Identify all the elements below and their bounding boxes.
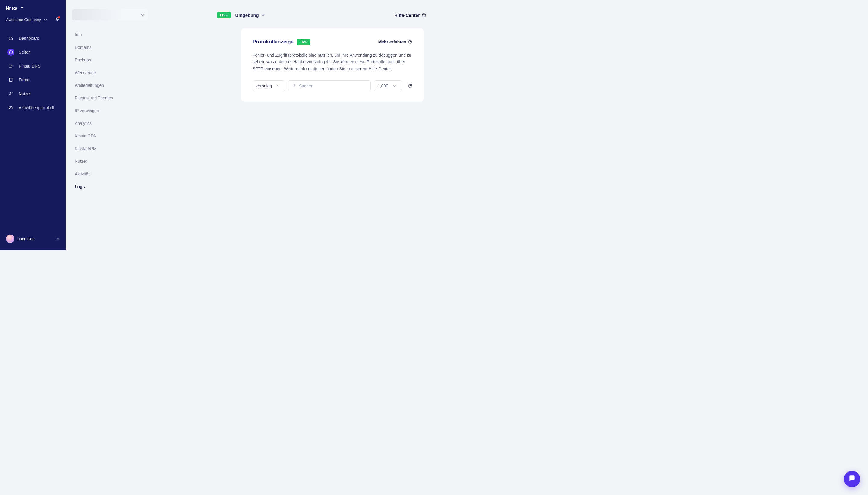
sidebar: kinsta Awesome Company Da xyxy=(0,0,66,250)
env-badge: LIVE xyxy=(217,12,231,18)
card-live-badge: LIVE xyxy=(297,39,310,45)
svg-text:kinsta: kinsta xyxy=(6,6,17,11)
subnav-item-aktivitaet[interactable]: Aktivität xyxy=(66,168,121,180)
subnav-item-analytics[interactable]: Analytics xyxy=(66,117,121,130)
nav-label: Dashboard xyxy=(19,36,39,41)
nav-label: Firma xyxy=(19,78,30,82)
primary-nav: Dashboard Seiten Kinsta DNS Firma xyxy=(0,29,66,115)
subnav-label: Kinsta CDN xyxy=(75,134,97,138)
log-limit-value: 1,000 xyxy=(378,84,388,88)
help-circle-icon xyxy=(408,40,412,44)
learn-more-label: Mehr erfahren xyxy=(378,39,406,44)
help-circle-icon xyxy=(422,13,426,17)
subnav-item-logs[interactable]: Logs xyxy=(66,180,121,193)
building-icon xyxy=(7,76,15,84)
subnav-label: Plugins und Themes xyxy=(75,96,113,100)
subnav-label: Aktivität xyxy=(75,172,89,176)
route-icon xyxy=(7,63,15,70)
subnav-item-info[interactable]: Info xyxy=(66,28,121,41)
log-file-select[interactable]: error.log xyxy=(253,81,285,91)
subnav-item-werkzeuge[interactable]: Werkzeuge xyxy=(66,66,121,79)
subnav-item-kinsta-apm[interactable]: Kinsta APM xyxy=(66,142,121,155)
home-icon xyxy=(7,35,15,42)
subnav-item-ip-verweigern[interactable]: IP verweigern xyxy=(66,104,121,117)
company-name: Awesome Company xyxy=(6,17,41,22)
chevron-up-icon xyxy=(56,237,60,241)
nav-label: Aktivitätenprotokoll xyxy=(19,105,54,110)
log-file-value: error.log xyxy=(257,84,272,88)
subnav-label: Analytics xyxy=(75,121,92,126)
nav-item-nutzer[interactable]: Nutzer xyxy=(3,87,63,100)
learn-more-link[interactable]: Mehr erfahren xyxy=(378,39,412,44)
help-center-link[interactable]: Hilfe-Center xyxy=(394,13,426,18)
refresh-icon xyxy=(407,84,412,88)
environment-select[interactable]: Umgebung xyxy=(235,13,264,18)
log-limit-select[interactable]: 1,000 xyxy=(374,81,402,91)
subnav-item-nutzer[interactable]: Nutzer xyxy=(66,155,121,168)
chevron-down-icon xyxy=(44,18,47,21)
subnav-item-backups[interactable]: Backups xyxy=(66,54,121,66)
search-icon xyxy=(292,83,296,89)
subnav-item-domains[interactable]: Domains xyxy=(66,41,121,54)
eye-icon xyxy=(7,104,15,111)
refresh-button[interactable] xyxy=(407,84,412,88)
secondary-nav: Info Domains Backups Werkzeuge Weiterlei… xyxy=(66,0,121,250)
notification-dot xyxy=(58,16,60,18)
nav-item-kinsta-dns[interactable]: Kinsta DNS xyxy=(3,59,63,73)
nav-item-seiten[interactable]: Seiten xyxy=(3,46,63,59)
subnav-label: Logs xyxy=(75,184,85,189)
nav-label: Nutzer xyxy=(19,91,31,96)
card-title: Protokollanzeige xyxy=(253,39,294,45)
users-icon xyxy=(7,90,15,97)
content-area: LIVE Umgebung Hilfe-Center Protokollanze… xyxy=(121,0,436,250)
avatar xyxy=(6,235,15,243)
svg-rect-1 xyxy=(21,7,23,8)
layers-icon xyxy=(7,49,15,56)
help-label: Hilfe-Center xyxy=(394,13,420,18)
subnav-label: Info xyxy=(75,32,82,37)
env-label: Umgebung xyxy=(235,13,259,18)
subnav-label: Werkzeuge xyxy=(75,70,96,75)
svg-rect-2 xyxy=(9,79,12,82)
subnav-item-weiterleitungen[interactable]: Weiterleitungen xyxy=(66,79,121,92)
svg-point-4 xyxy=(11,107,12,108)
user-menu[interactable]: John Doe xyxy=(0,232,66,246)
company-select[interactable]: Awesome Company xyxy=(6,17,47,22)
svg-point-7 xyxy=(293,84,295,86)
subnav-label: Weiterleitungen xyxy=(75,83,104,88)
user-name: John Doe xyxy=(18,237,35,241)
nav-label: Seiten xyxy=(19,50,31,54)
chevron-down-icon xyxy=(393,84,396,87)
log-search-box[interactable] xyxy=(288,81,371,91)
subnav-item-kinsta-cdn[interactable]: Kinsta CDN xyxy=(66,130,121,142)
log-viewer-card: Protokollanzeige LIVE Mehr erfahren Fehl… xyxy=(241,28,424,102)
nav-label: Kinsta DNS xyxy=(19,64,40,68)
subnav-label: Nutzer xyxy=(75,159,87,164)
nav-item-firma[interactable]: Firma xyxy=(3,73,63,86)
subnav-label: Backups xyxy=(75,57,91,63)
chevron-down-icon xyxy=(277,84,280,87)
subnav-label: Kinsta APM xyxy=(75,146,97,151)
subnav-item-plugins-themes[interactable]: Plugins und Themes xyxy=(66,92,121,104)
nav-item-dashboard[interactable]: Dashboard xyxy=(3,32,63,45)
svg-point-3 xyxy=(10,92,11,93)
nav-item-aktivitaetenprotokoll[interactable]: Aktivitätenprotokoll xyxy=(3,101,63,114)
chevron-down-icon xyxy=(261,14,265,17)
subnav-label: Domains xyxy=(75,45,91,50)
kinsta-logo: kinsta xyxy=(6,5,33,12)
log-search-input[interactable] xyxy=(299,84,367,88)
subnav-label: IP verweigern xyxy=(75,108,100,113)
card-description: Fehler- und Zugriffsprotokolle sind nütz… xyxy=(253,52,412,72)
notifications-bell[interactable] xyxy=(55,17,60,23)
